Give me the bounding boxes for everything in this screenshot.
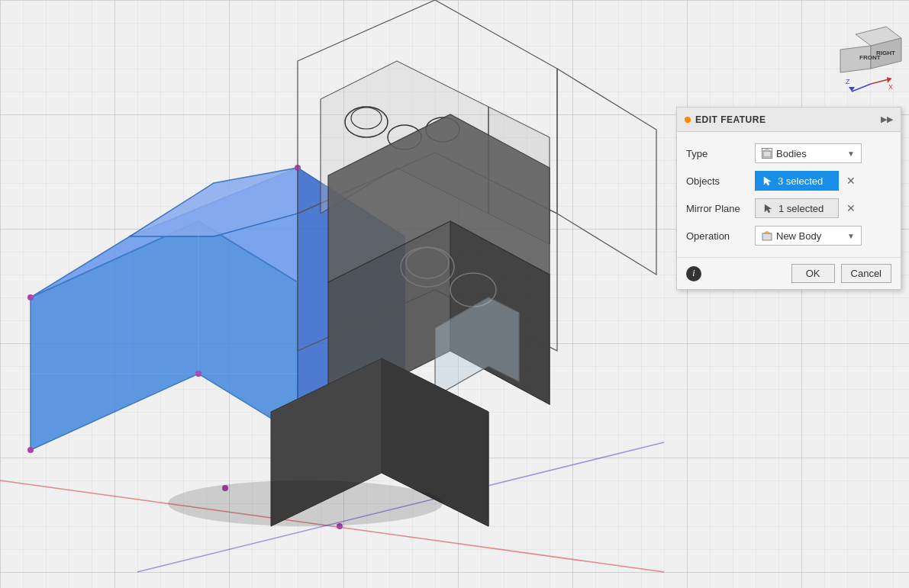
type-dropdown[interactable]: Bodies ▼ <box>755 143 862 163</box>
panel-title: EDIT FEATURE <box>695 114 766 125</box>
type-dropdown-arrow: ▼ <box>847 149 855 158</box>
objects-control: 3 selected ✕ <box>755 171 891 191</box>
axis-arrows: Z X <box>844 72 898 95</box>
mirror-plane-control: 1 selected ✕ <box>755 198 891 218</box>
panel-header: EDIT FEATURE ▶▶ <box>677 108 901 132</box>
grid-background <box>0 0 909 588</box>
svg-rect-51 <box>763 151 771 157</box>
mirror-cursor-icon <box>763 203 774 214</box>
objects-row: Objects 3 selected ✕ <box>677 167 901 194</box>
svg-point-34 <box>168 480 443 526</box>
operation-value: New Body <box>776 230 821 242</box>
type-control: Bodies ▼ <box>755 143 891 163</box>
objects-selected-button[interactable]: 3 selected <box>755 171 839 191</box>
panel-dot-icon <box>685 117 691 123</box>
info-icon: i <box>692 268 695 279</box>
ok-button[interactable]: OK <box>791 264 835 283</box>
svg-marker-49 <box>887 77 891 83</box>
objects-label: Objects <box>686 175 755 187</box>
svg-line-45 <box>852 84 871 92</box>
svg-text:RIGHT: RIGHT <box>876 50 895 56</box>
objects-clear-button[interactable]: ✕ <box>843 173 859 188</box>
objects-selected-value: 3 selected <box>778 175 823 187</box>
body-type-icon <box>762 148 772 159</box>
panel-expand-button[interactable]: ▶▶ <box>881 114 893 124</box>
operation-dropdown-arrow: ▼ <box>847 232 855 240</box>
mirror-plane-clear-button[interactable]: ✕ <box>843 201 859 216</box>
svg-text:Z: Z <box>846 78 850 85</box>
svg-point-8 <box>27 447 34 453</box>
mirror-plane-selected-value: 1 selected <box>778 203 824 214</box>
footer-actions: OK Cancel <box>791 264 891 283</box>
operation-control: New Body ▼ <box>755 226 891 246</box>
svg-text:X: X <box>888 83 893 91</box>
operation-dropdown[interactable]: New Body ▼ <box>755 226 862 246</box>
panel-header-left: EDIT FEATURE <box>685 114 766 125</box>
panel-footer: i OK Cancel <box>677 257 901 289</box>
mirror-plane-row: Mirror Plane 1 selected ✕ <box>677 194 901 222</box>
3d-viewport[interactable]: FRONT RIGHT Z X <box>0 0 909 588</box>
operation-label: Operation <box>686 230 755 242</box>
type-row: Type Bodies ▼ <box>677 140 901 167</box>
mirror-plane-label: Mirror Plane <box>686 203 755 214</box>
cursor-icon <box>762 175 773 186</box>
panel-body: Type Bodies ▼ Objects 3 <box>677 132 901 257</box>
type-label: Type <box>686 148 755 159</box>
mirror-plane-selected-button[interactable]: 1 selected <box>755 198 839 218</box>
nav-cube[interactable]: FRONT RIGHT Z X <box>833 23 894 84</box>
edit-feature-panel: EDIT FEATURE ▶▶ Type Bodies ▼ <box>676 107 901 290</box>
operation-row: Operation New Body ▼ <box>677 222 901 249</box>
type-value: Bodies <box>776 148 807 159</box>
cancel-button[interactable]: Cancel <box>841 264 891 283</box>
svg-rect-53 <box>762 233 772 240</box>
svg-marker-52 <box>763 149 771 151</box>
info-button[interactable]: i <box>686 266 701 281</box>
operation-icon <box>762 230 772 241</box>
